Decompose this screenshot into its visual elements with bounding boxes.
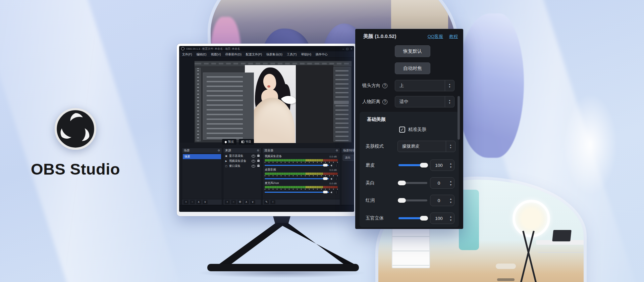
audio-meter (265, 159, 338, 161)
volume-slider-handle[interactable] (323, 191, 328, 193)
gear-icon[interactable]: ⚙ (218, 149, 220, 152)
mixer-channel: 桌面音频 0.0 dB ⋮ (263, 167, 340, 180)
lock-icon[interactable] (257, 155, 260, 157)
menu-item-edit[interactable]: 编辑(E) (197, 52, 207, 57)
basic-beauty-section: 基础美颜 ✓ 精准美肤 美肤模式 朦胧磨皮 ▲ ▼ 磨皮 (360, 112, 459, 227)
visibility-eye-icon[interactable] (252, 155, 255, 157)
whitening-slider[interactable] (398, 182, 427, 184)
background-wave (564, 94, 617, 195)
rosy-slider[interactable] (398, 199, 427, 201)
remove-scene-button[interactable]: − (190, 200, 195, 204)
scene-up-button[interactable]: ∧ (196, 200, 201, 204)
obs-statusbar (179, 205, 354, 212)
dock-mixer: 混音器 ⚙ 视频采集设备 0.0 dB ⋮ (262, 148, 340, 205)
mixer-pen-button[interactable]: ✎ (264, 200, 269, 204)
add-scene-button[interactable]: + (183, 200, 189, 204)
menu-item-view[interactable]: 视图(V) (211, 52, 221, 57)
select-spinner-icon[interactable]: ▲ ▼ (445, 80, 454, 91)
source-row[interactable]: ▶ 视频采集设备 (223, 158, 261, 163)
obs-titlebar: OBS 29.1.3 - 配置文件: 未命名 - 场景: 未命名 – ▢ × (179, 46, 354, 51)
lock-icon[interactable] (257, 160, 260, 162)
menu-item-profile[interactable]: 配置文件(P) (246, 52, 262, 57)
slider-row-face-definition: 五官立体 100 ▲ ▼ (360, 213, 459, 224)
rosy-value-spinbox[interactable]: 0 ▲ ▼ (430, 195, 454, 206)
speaker-icon[interactable] (330, 191, 332, 193)
source-down-button[interactable]: ∨ (250, 200, 255, 204)
spinner-arrows-icon[interactable]: ▲ ▼ (447, 180, 454, 186)
face-definition-value-spinbox[interactable]: 100 ▲ ▼ (430, 213, 454, 224)
maximize-icon[interactable]: ▢ (346, 47, 349, 50)
menu-item-docks[interactable]: 停靠部件(D) (225, 52, 242, 57)
volume-slider[interactable] (265, 192, 329, 193)
tab-program[interactable]: 节目 (239, 139, 254, 145)
minimize-icon[interactable]: – (342, 47, 344, 50)
menu-item-tools[interactable]: 工具(T) (287, 52, 297, 57)
menu-item-file[interactable]: 文件(F) (182, 52, 192, 57)
source-props-button[interactable]: ⚙ (237, 200, 243, 204)
audio-meter (265, 173, 338, 175)
skin-mode-select[interactable]: 朦胧磨皮 ▲ ▼ (397, 141, 455, 152)
close-icon[interactable]: × (351, 47, 352, 50)
spinner-arrows-icon[interactable]: ▲ ▼ (447, 198, 454, 203)
kebab-menu-icon[interactable]: ⋮ (335, 177, 338, 181)
mixer-alert-button[interactable]: ! (270, 200, 275, 204)
volume-slider-handle[interactable] (323, 164, 328, 167)
tutorial-link[interactable]: 教程 (449, 34, 458, 40)
pin-icon (224, 140, 227, 143)
select-spinner-icon[interactable]: ▲ ▼ (446, 141, 455, 152)
gear-icon[interactable]: ⚙ (336, 149, 338, 152)
scenes-dock-title: 场景 (184, 148, 190, 153)
scene-down-button[interactable]: ∨ (203, 200, 208, 204)
transition-select[interactable]: 淡出 (343, 155, 354, 161)
volume-slider[interactable] (265, 178, 329, 179)
tab-preview[interactable]: 预览 (222, 139, 236, 145)
kebab-menu-icon[interactable]: ⋮ (335, 163, 338, 167)
select-spinner-icon[interactable]: ▲ ▼ (445, 96, 454, 107)
volume-slider-handle[interactable] (323, 177, 328, 180)
checkbox-checked[interactable]: ✓ (399, 127, 405, 133)
volume-slider[interactable] (265, 165, 329, 166)
lens-direction-select[interactable]: 上 ▲ ▼ (395, 80, 454, 91)
menu-item-help[interactable]: 帮助(H) (301, 52, 312, 57)
kebab-menu-icon[interactable]: ⋮ (335, 190, 338, 194)
visibility-eye-icon[interactable] (252, 165, 255, 168)
scene-item-active[interactable]: 场景 (183, 154, 221, 159)
qq-support-link[interactable]: QQ客服 (428, 34, 443, 40)
source-row[interactable]: ▣ 显示器采集 (223, 153, 261, 158)
spinner-arrows-icon[interactable]: ▲ ▼ (447, 216, 454, 221)
source-up-button[interactable]: ∧ (244, 200, 249, 204)
spinner-arrows-icon[interactable]: ▲ ▼ (447, 162, 454, 168)
add-source-button[interactable]: + (225, 200, 230, 204)
whitening-value-spinbox[interactable]: 0 ▲ ▼ (430, 177, 454, 189)
slider-row-whitening: 美白 0 ▲ ▼ (360, 177, 459, 189)
ps-selected-layer (334, 101, 349, 104)
lock-icon[interactable] (257, 165, 260, 167)
person-distance-select[interactable]: 适中 ▲ ▼ (395, 96, 454, 107)
restore-defaults-button[interactable]: 恢复默认 (395, 45, 430, 57)
speaker-icon[interactable] (330, 164, 332, 167)
smoothing-slider[interactable] (398, 164, 427, 166)
smoothing-value-spinbox[interactable]: 100 ▲ ▼ (430, 159, 454, 171)
slider-handle[interactable] (420, 163, 428, 168)
obs-window-title: OBS 29.1.3 - 配置文件: 未命名 - 场景: 未命名 (186, 47, 340, 51)
slider-handle[interactable] (398, 198, 406, 203)
panel-scrollbar[interactable] (458, 96, 460, 140)
mixer-channel: 麦克风/Aux 0.0 dB ⋮ (263, 180, 340, 194)
help-icon[interactable]: ? (382, 83, 387, 88)
slider-label: 美白 (366, 177, 375, 189)
menu-item-plugin-center[interactable]: 插件中心 (316, 52, 328, 57)
autofocus-button[interactable]: 自动对焦 (395, 62, 430, 74)
menu-item-scene-collection[interactable]: 场景集合(S) (266, 52, 282, 57)
window-icon: ▢ (225, 165, 228, 168)
slider-handle[interactable] (420, 216, 428, 221)
help-icon[interactable]: ? (382, 99, 387, 104)
slider-handle[interactable] (398, 181, 406, 185)
background-wave (460, 13, 524, 158)
meter-ticks (265, 189, 338, 190)
gear-icon[interactable]: ⚙ (257, 149, 259, 152)
remove-source-button[interactable]: − (231, 200, 236, 204)
source-row[interactable]: ▢ 窗口采集 (223, 163, 261, 169)
speaker-icon[interactable] (330, 178, 332, 180)
face-definition-slider[interactable] (398, 217, 427, 219)
visibility-eye-icon[interactable] (252, 160, 255, 162)
